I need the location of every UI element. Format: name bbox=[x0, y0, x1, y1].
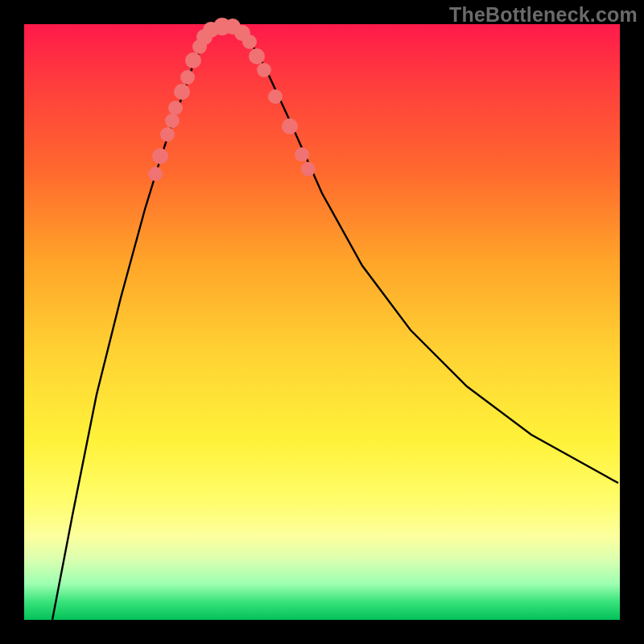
data-marker bbox=[282, 118, 298, 134]
data-marker bbox=[295, 147, 309, 162]
data-marker bbox=[168, 101, 183, 115]
data-marker bbox=[268, 89, 283, 104]
data-marker bbox=[185, 52, 201, 68]
marker-group bbox=[148, 18, 316, 181]
data-marker bbox=[242, 35, 257, 49]
data-marker bbox=[148, 167, 163, 181]
data-marker bbox=[152, 148, 168, 164]
chart-plot-area bbox=[24, 24, 620, 620]
bottleneck-curve bbox=[52, 27, 618, 620]
data-marker bbox=[160, 127, 175, 142]
data-marker bbox=[301, 162, 316, 176]
chart-svg bbox=[24, 24, 620, 620]
data-marker bbox=[165, 114, 180, 128]
data-marker bbox=[249, 48, 265, 64]
data-marker bbox=[180, 70, 195, 85]
data-marker bbox=[257, 63, 271, 77]
data-marker bbox=[174, 84, 190, 100]
watermark-text: TheBottleneck.com bbox=[449, 3, 638, 27]
